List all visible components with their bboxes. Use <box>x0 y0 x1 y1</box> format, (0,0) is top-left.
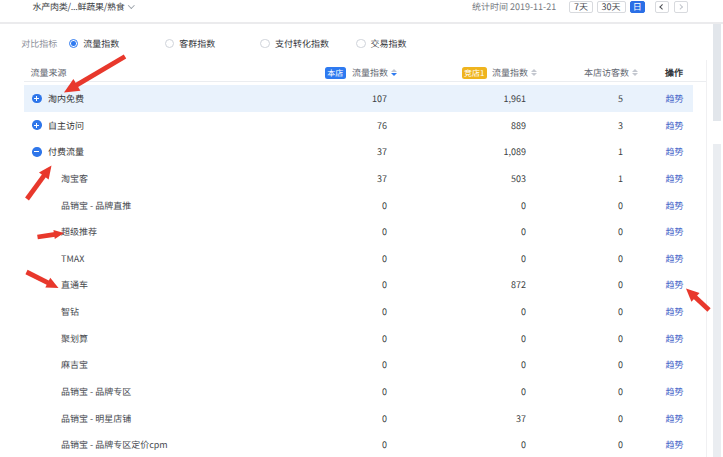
visitors-value: 0 <box>618 405 623 432</box>
traffic-source-name: 品销宝 - 品牌专区定价cpm <box>61 438 168 451</box>
traffic-source-name: 付费流量 <box>48 145 84 158</box>
collapse-icon[interactable] <box>32 147 42 157</box>
traffic-source-cell: 品销宝 - 品牌直推 <box>24 192 131 219</box>
category-path: 水产肉类/...鲜蔬果/熟食 <box>33 0 125 13</box>
range-button-30d[interactable]: 30天 <box>597 1 626 14</box>
competitor-index-value: 889 <box>511 112 526 139</box>
table-row: 品销宝 - 品牌专区000趋势 <box>24 378 693 405</box>
table-row: 淘内免费1071,9615趋势 <box>24 85 693 112</box>
category-dropdown[interactable]: 水产肉类/...鲜蔬果/熟食 <box>33 0 134 13</box>
competitor-index-value: 0 <box>521 325 526 352</box>
competitor-index-value: 0 <box>521 298 526 325</box>
table-row: 品销宝 - 品牌专区定价cpm000趋势 <box>24 432 693 457</box>
chevron-right-icon <box>677 4 683 10</box>
expand-icon[interactable] <box>32 120 42 130</box>
traffic-source-name: 直通车 <box>61 278 88 291</box>
trend-link[interactable]: 趋势 <box>666 298 684 325</box>
table-row: 自主访问768893趋势 <box>24 112 693 139</box>
visitors-value: 3 <box>618 112 623 139</box>
table-row: 品销宝 - 明星店铺0370趋势 <box>24 405 693 432</box>
next-date-button[interactable] <box>674 1 689 14</box>
trend-link[interactable]: 趋势 <box>666 325 684 352</box>
trend-link[interactable]: 趋势 <box>666 272 684 299</box>
traffic-source-name: 自主访问 <box>48 119 84 132</box>
competitor-index-value: 0 <box>521 218 526 245</box>
competitor-index-value: 503 <box>511 165 526 192</box>
radio-circle-icon <box>165 39 175 49</box>
prev-date-button[interactable] <box>655 1 670 14</box>
own-index-value: 76 <box>377 112 387 139</box>
table-row: 付费流量371,0891趋势 <box>24 138 693 165</box>
expand-icon[interactable] <box>32 94 42 104</box>
metric-radio-1[interactable]: 流量指数 <box>69 37 120 50</box>
traffic-source-cell: 付费流量 <box>24 138 84 165</box>
competitor-index-value: 1,089 <box>504 138 526 165</box>
table-row: 智钻000趋势 <box>24 298 693 325</box>
range-button-day[interactable]: 日 <box>630 1 645 14</box>
competitor-index-value: 1,961 <box>504 85 526 112</box>
table-header-divider <box>24 81 707 82</box>
traffic-source-name: 麻吉宝 <box>61 358 88 371</box>
sort-icon-competitor-index[interactable] <box>531 69 537 77</box>
traffic-source-name: 淘内免费 <box>48 92 84 105</box>
chevron-down-icon <box>128 2 134 8</box>
own-index-value: 0 <box>382 405 387 432</box>
metric-radio-4[interactable]: 交易指数 <box>356 37 407 50</box>
table-row: TMAX000趋势 <box>24 245 693 272</box>
competitor-index-value: 0 <box>521 245 526 272</box>
table-right-border <box>706 60 707 457</box>
trend-link[interactable]: 趋势 <box>666 405 684 432</box>
own-index-value: 0 <box>382 192 387 219</box>
sort-icon-visitors[interactable] <box>632 69 638 77</box>
competitor-index-value: 0 <box>521 352 526 379</box>
trend-link[interactable]: 趋势 <box>666 192 684 219</box>
own-index-value: 0 <box>382 432 387 457</box>
range-button-7d[interactable]: 7天 <box>569 1 593 14</box>
table-row: 品销宝 - 品牌直推000趋势 <box>24 192 693 219</box>
own-index-label: 流量指数 <box>352 66 388 79</box>
trend-link[interactable]: 趋势 <box>666 218 684 245</box>
visitors-label: 本店访客数 <box>584 66 629 79</box>
traffic-source-cell: 品销宝 - 品牌专区 <box>24 378 131 405</box>
trend-link[interactable]: 趋势 <box>666 378 684 405</box>
trend-link[interactable]: 趋势 <box>666 138 684 165</box>
traffic-source-cell: 淘内免费 <box>24 85 84 112</box>
trend-link[interactable]: 趋势 <box>666 432 684 457</box>
traffic-source-name: 品销宝 - 品牌专区 <box>61 385 131 398</box>
trend-link[interactable]: 趋势 <box>666 165 684 192</box>
stat-time-label: 统计时间 2019-11-21 <box>472 0 556 13</box>
visitors-value: 0 <box>618 272 623 299</box>
own-index-value: 0 <box>382 378 387 405</box>
visitors-value: 5 <box>618 85 623 112</box>
topbar-divider <box>0 22 723 24</box>
competitor-index-label: 流量指数 <box>492 66 528 79</box>
traffic-source-cell: 自主访问 <box>24 112 84 139</box>
own-index-value: 37 <box>377 165 387 192</box>
own-index-value: 0 <box>382 245 387 272</box>
trend-link[interactable]: 趋势 <box>666 352 684 379</box>
visitors-value: 0 <box>618 218 623 245</box>
own-index-value: 37 <box>377 138 387 165</box>
competitor-index-value: 872 <box>511 272 526 299</box>
traffic-source-cell: 麻吉宝 <box>24 352 88 379</box>
trend-link[interactable]: 趋势 <box>666 245 684 272</box>
own-index-value: 0 <box>382 272 387 299</box>
traffic-source-cell: TMAX <box>24 245 84 272</box>
compare-metric-label: 对比指标 <box>21 37 57 50</box>
visitors-value: 0 <box>618 298 623 325</box>
traffic-source-name: 智钻 <box>61 305 79 318</box>
radio-label: 流量指数 <box>83 37 119 50</box>
radio-circle-icon <box>260 39 270 49</box>
trend-link[interactable]: 趋势 <box>666 112 684 139</box>
traffic-source-cell: 聚划算 <box>24 325 88 352</box>
traffic-source-name: 超级推荐 <box>61 225 97 238</box>
traffic-source-cell: 品销宝 - 明星店铺 <box>24 405 131 432</box>
visitors-value: 1 <box>618 138 623 165</box>
metric-radio-3[interactable]: 支付转化指数 <box>260 37 329 50</box>
traffic-source-name: 品销宝 - 品牌直推 <box>61 199 131 212</box>
trend-link[interactable]: 趋势 <box>666 85 684 112</box>
radio-circle-icon <box>69 39 79 49</box>
sort-icon-own-index[interactable] <box>391 69 397 77</box>
scrollbar-thumb[interactable] <box>713 24 721 121</box>
metric-radio-2[interactable]: 客群指数 <box>165 37 216 50</box>
